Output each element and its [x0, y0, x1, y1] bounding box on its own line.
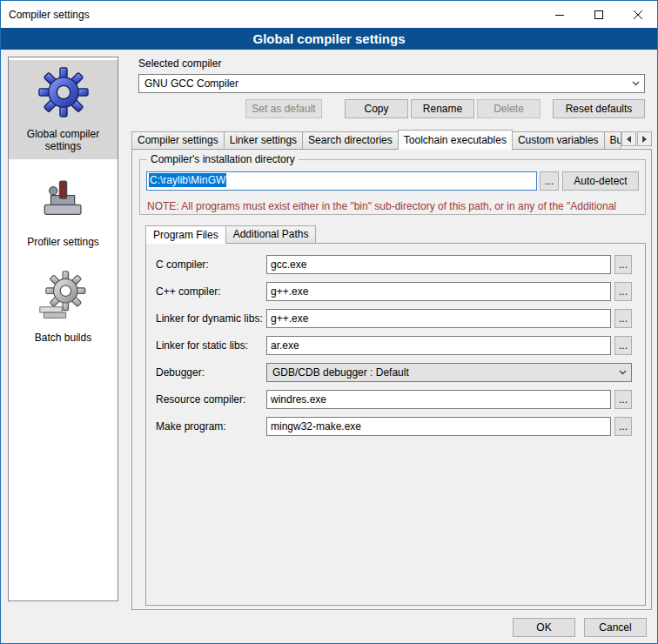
debugger-label: Debugger:	[156, 366, 266, 379]
install-dir-browse-button[interactable]: ...	[540, 171, 559, 191]
tab-scroll-buttons	[621, 131, 652, 146]
debugger-row: Debugger: GDB/CDB debugger : Default	[156, 363, 632, 382]
toolchain-executables-panel: Compiler's installation directory C:\ray…	[131, 149, 652, 610]
window-controls	[540, 1, 657, 28]
make-program-label: Make program:	[156, 420, 266, 433]
cpp-compiler-row: C++ compiler: ...	[156, 282, 632, 301]
tab-linker-settings[interactable]: Linker settings	[224, 131, 303, 149]
reset-defaults-button[interactable]: Reset defaults	[553, 99, 645, 118]
sidebar-item-batch-builds[interactable]: Batch builds	[9, 264, 118, 351]
close-button[interactable]	[618, 1, 657, 28]
install-dir-row: C:\raylib\MinGW ... Auto-detect	[146, 171, 639, 191]
sidebar-item-label: Global compiler settings	[10, 128, 116, 152]
copy-button[interactable]: Copy	[345, 99, 408, 118]
installation-directory-group: Compiler's installation directory C:\ray…	[139, 159, 646, 215]
selected-compiler-label: Selected compiler	[138, 57, 221, 70]
tab-toolchain-executables[interactable]: Toolchain executables	[398, 130, 513, 150]
dynamic-linker-row: Linker for dynamic libs: ...	[156, 309, 632, 328]
dynamic-linker-browse-button[interactable]: ...	[614, 309, 632, 328]
resource-compiler-row: Resource compiler: ...	[156, 390, 632, 409]
selected-compiler-value: GNU GCC Compiler	[142, 77, 629, 90]
install-dir-selected-text: C:\raylib\MinGW	[149, 173, 226, 187]
titlebar: Compiler settings	[1, 1, 657, 28]
subtab-program-files[interactable]: Program Files	[145, 225, 226, 244]
install-dir-input[interactable]: C:\raylib\MinGW	[146, 171, 537, 191]
dynamic-linker-label: Linker for dynamic libs:	[156, 312, 266, 325]
sidebar-item-profiler-settings[interactable]: Profiler settings	[9, 168, 118, 255]
gear-blue-icon	[38, 67, 89, 117]
resource-compiler-browse-button[interactable]: ...	[614, 390, 632, 409]
cancel-button[interactable]: Cancel	[584, 618, 647, 637]
c-compiler-browse-button[interactable]: ...	[614, 255, 632, 274]
page-title: Global compiler settings	[1, 28, 657, 50]
program-files-panel: C compiler: ... C++ compiler: ... Linker…	[145, 243, 646, 606]
cpp-compiler-label: C++ compiler:	[156, 285, 266, 298]
tab-scroll-left-button[interactable]	[621, 131, 636, 146]
resource-compiler-input[interactable]	[266, 390, 611, 409]
chevron-down-icon	[616, 370, 628, 375]
tab-search-directories[interactable]: Search directories	[302, 131, 399, 149]
static-linker-browse-button[interactable]: ...	[614, 336, 632, 355]
selected-compiler-select[interactable]: GNU GCC Compiler	[138, 74, 645, 93]
static-linker-input[interactable]	[266, 336, 611, 355]
static-linker-row: Linker for static libs: ...	[156, 336, 632, 355]
program-subtabs: Program Files Additional Paths	[145, 225, 316, 243]
note-text: NOTE: All programs must exist either in …	[147, 200, 650, 212]
tab-scroll-right-button[interactable]	[637, 131, 652, 146]
debugger-select[interactable]: GDB/CDB debugger : Default	[266, 363, 632, 382]
sidebar-item-label: Batch builds	[10, 332, 116, 344]
delete-button: Delete	[477, 99, 540, 118]
chevron-down-icon	[629, 81, 641, 86]
c-compiler-row: C compiler: ...	[156, 255, 632, 274]
compiler-actions: Set as default Copy Rename Delete Reset …	[138, 99, 645, 118]
set-as-default-button: Set as default	[245, 99, 322, 118]
maximize-icon	[594, 10, 603, 19]
cpp-compiler-input[interactable]	[266, 282, 611, 301]
chevron-right-icon	[642, 136, 647, 143]
ok-button[interactable]: OK	[513, 618, 575, 637]
debugger-value: GDB/CDB debugger : Default	[270, 366, 616, 379]
static-linker-label: Linker for static libs:	[156, 339, 266, 352]
batch-gears-icon	[38, 271, 89, 321]
make-program-browse-button[interactable]: ...	[614, 417, 632, 436]
window-title: Compiler settings	[1, 9, 90, 21]
make-program-input[interactable]	[266, 417, 611, 436]
minimize-icon	[555, 10, 564, 19]
subtab-additional-paths[interactable]: Additional Paths	[225, 225, 317, 243]
resource-compiler-label: Resource compiler:	[156, 393, 266, 406]
c-compiler-label: C compiler:	[156, 258, 266, 271]
settings-tabs: Compiler settings Linker settings Search…	[131, 130, 652, 149]
settings-category-list: Global compiler settings Profiler settin…	[8, 57, 118, 601]
installation-directory-group-title: Compiler's installation directory	[147, 153, 299, 165]
tab-build-options[interactable]: Build	[604, 131, 621, 149]
close-icon	[634, 10, 642, 19]
chevron-left-icon	[627, 136, 631, 143]
minimize-button[interactable]	[540, 1, 579, 28]
make-program-row: Make program: ...	[156, 417, 632, 436]
compiler-settings-dialog: Compiler settings Global compiler settin…	[0, 0, 658, 644]
maximize-button[interactable]	[579, 1, 618, 28]
profiler-tool-icon	[38, 175, 89, 225]
sidebar-item-global-compiler-settings[interactable]: Global compiler settings	[9, 60, 118, 159]
auto-detect-button[interactable]: Auto-detect	[562, 171, 639, 191]
c-compiler-input[interactable]	[266, 255, 611, 274]
dynamic-linker-input[interactable]	[266, 309, 611, 328]
rename-button[interactable]: Rename	[411, 99, 474, 118]
cpp-compiler-browse-button[interactable]: ...	[614, 282, 632, 301]
tab-compiler-settings[interactable]: Compiler settings	[131, 131, 225, 149]
tab-custom-variables[interactable]: Custom variables	[512, 131, 605, 149]
sidebar-item-label: Profiler settings	[10, 236, 116, 248]
